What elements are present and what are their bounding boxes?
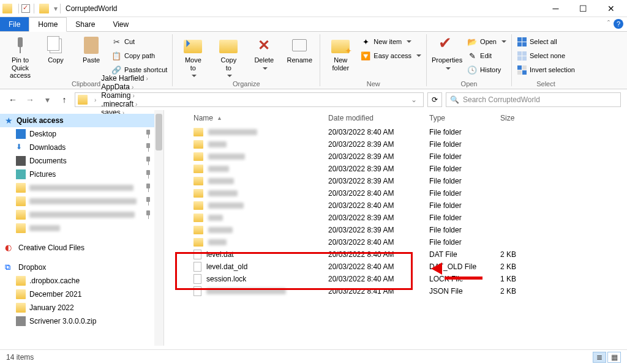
sidebar-folder[interactable] — [0, 221, 163, 235]
invert-selection-button[interactable]: Invert selection — [516, 64, 576, 76]
documents-icon — [16, 156, 26, 166]
view-icons-button[interactable]: ▦ — [607, 352, 621, 363]
column-type[interactable]: Type — [429, 114, 500, 122]
qa-check-icon[interactable] — [21, 4, 30, 13]
sidebar-documents[interactable]: Documents — [0, 154, 163, 168]
nav-pane: ★Quick access Desktop ⬇Downloads Documen… — [0, 110, 164, 346]
folder-icon — [16, 303, 26, 313]
folder-icon — [193, 238, 203, 247]
sidebar-downloads[interactable]: ⬇Downloads — [0, 141, 163, 154]
history-icon: 🕓 — [467, 65, 477, 75]
pin-to-quick-access-button[interactable]: Pin to Quick access — [4, 34, 37, 80]
forward-button[interactable]: → — [23, 93, 37, 106]
copy-button[interactable]: Copy — [39, 34, 72, 64]
sidebar-pictures[interactable]: Pictures — [0, 168, 163, 181]
open-button[interactable]: 📂Open — [466, 35, 508, 48]
column-headers: Name▲ Date modified Type Size — [164, 110, 627, 126]
desktop-icon — [16, 129, 26, 139]
delete-button[interactable]: ✕ Delete — [247, 34, 280, 72]
sidebar-folder[interactable] — [0, 181, 163, 195]
column-name[interactable]: Name▲ — [176, 114, 328, 122]
address-bar[interactable]: › Jake Harfield›AppData›Roaming›.minecra… — [75, 92, 424, 107]
sidebar-scrollbar[interactable] — [154, 110, 163, 346]
maximize-button[interactable]: ☐ — [569, 0, 597, 17]
address-dropdown-button[interactable]: ⌄ — [407, 95, 421, 104]
file-row[interactable]: 20/03/2022 8:40 AM File folder — [164, 236, 627, 248]
copy-to-button[interactable]: Copy to — [212, 34, 245, 80]
minimize-button[interactable]: ─ — [542, 0, 569, 17]
file-row[interactable]: 20/03/2022 8:39 AM File folder — [164, 150, 627, 163]
ribbon-tabs: File Home Share View ˆ ? — [0, 17, 627, 32]
file-icon — [193, 274, 201, 284]
sidebar-scrivener-zip[interactable]: Scrivener 3.0.0.0.zip — [0, 314, 163, 328]
delete-icon: ✕ — [258, 37, 270, 54]
item-count: 14 items — [6, 353, 34, 362]
sidebar-creative-cloud[interactable]: ◐Creative Cloud Files — [0, 241, 163, 254]
collapse-ribbon-button[interactable]: ˆ — [607, 20, 610, 28]
edit-button[interactable]: ✎Edit — [466, 50, 508, 62]
navbar: ← → ▾ ↑ › Jake Harfield›AppData›Roaming›… — [0, 89, 627, 110]
view-details-button[interactable]: ≣ — [593, 352, 606, 363]
file-row[interactable]: 20/03/2022 8:41 AM JSON File 2 KB — [164, 285, 627, 297]
sidebar-dropbox[interactable]: ⧉Dropbox — [0, 261, 163, 274]
new-item-button[interactable]: ✦New item — [359, 35, 422, 48]
file-row[interactable]: 20/03/2022 8:39 AM File folder — [164, 175, 627, 187]
paste-shortcut-button[interactable]: 🔗Paste shortcut — [110, 64, 168, 76]
back-button[interactable]: ← — [6, 93, 20, 106]
tab-view[interactable]: View — [104, 17, 138, 31]
zip-icon — [16, 316, 26, 326]
easy-access-button[interactable]: 🔽Easy access — [359, 50, 422, 62]
file-icon — [193, 286, 201, 296]
up-button[interactable]: ↑ — [58, 93, 71, 106]
history-button[interactable]: 🕓History — [466, 64, 508, 76]
help-button[interactable]: ? — [614, 19, 623, 29]
star-icon: ★ — [5, 116, 13, 125]
file-row[interactable]: 20/03/2022 8:39 AM File folder — [164, 224, 627, 236]
breadcrumb-segment[interactable]: Roaming› — [99, 91, 159, 100]
file-row[interactable]: 20/03/2022 8:39 AM File folder — [164, 212, 627, 224]
copy-path-button[interactable]: 📋Copy path — [110, 50, 168, 62]
tab-file[interactable]: File — [0, 17, 29, 31]
move-to-button[interactable]: Move to — [176, 34, 209, 80]
file-row[interactable]: 20/03/2022 8:40 AM File folder — [164, 126, 627, 138]
rename-icon — [292, 39, 307, 51]
file-row[interactable]: level.dat 20/03/2022 8:40 AM DAT File 2 … — [164, 248, 627, 261]
select-none-icon — [517, 51, 527, 61]
recent-button[interactable]: ▾ — [40, 93, 54, 106]
column-size[interactable]: Size — [500, 114, 543, 122]
file-row[interactable]: 20/03/2022 8:40 AM File folder — [164, 199, 627, 212]
pin-icon — [145, 170, 151, 179]
select-none-button[interactable]: Select none — [516, 50, 576, 62]
select-all-button[interactable]: Select all — [516, 35, 576, 48]
properties-button[interactable]: Properties — [430, 34, 464, 72]
file-row[interactable]: session.lock 20/03/2022 8:40 AM LOCK Fil… — [164, 273, 627, 285]
cut-button[interactable]: Cut — [110, 35, 168, 48]
close-button[interactable]: ✕ — [597, 0, 625, 17]
file-row[interactable]: level.dat_old 20/03/2022 8:40 AM DAT_OLD… — [164, 261, 627, 273]
invert-selection-icon — [517, 65, 527, 75]
file-row[interactable]: 20/03/2022 8:39 AM File folder — [164, 163, 627, 175]
edit-icon: ✎ — [467, 51, 477, 61]
creative-cloud-icon: ◐ — [5, 243, 15, 253]
sidebar-dropbox-cache[interactable]: .dropbox.cache — [0, 274, 163, 288]
folder-icon — [193, 128, 203, 136]
search-input[interactable]: 🔍 Search CorruptedWorld — [446, 92, 621, 107]
breadcrumb-segment[interactable]: .minecraft› — [99, 100, 159, 108]
file-row[interactable]: 20/03/2022 8:39 AM File folder — [164, 138, 627, 150]
pin-icon — [145, 157, 151, 165]
refresh-button[interactable]: ⟳ — [427, 92, 442, 107]
column-date[interactable]: Date modified — [328, 114, 429, 122]
new-folder-button[interactable]: New folder — [324, 34, 357, 72]
tab-home[interactable]: Home — [29, 17, 67, 32]
sidebar-jan-2022[interactable]: January 2022 — [0, 301, 163, 314]
tab-share[interactable]: Share — [67, 17, 104, 31]
sidebar-desktop[interactable]: Desktop — [0, 127, 163, 141]
sidebar-quick-access[interactable]: ★Quick access — [0, 114, 163, 127]
sidebar-folder[interactable] — [0, 195, 163, 208]
sidebar-dec-2021[interactable]: December 2021 — [0, 288, 163, 301]
paste-button[interactable]: Paste — [75, 34, 108, 64]
file-row[interactable]: 20/03/2022 8:40 AM File folder — [164, 187, 627, 199]
pin-icon — [145, 210, 151, 219]
sidebar-folder[interactable] — [0, 208, 163, 221]
rename-button[interactable]: Rename — [283, 34, 316, 64]
